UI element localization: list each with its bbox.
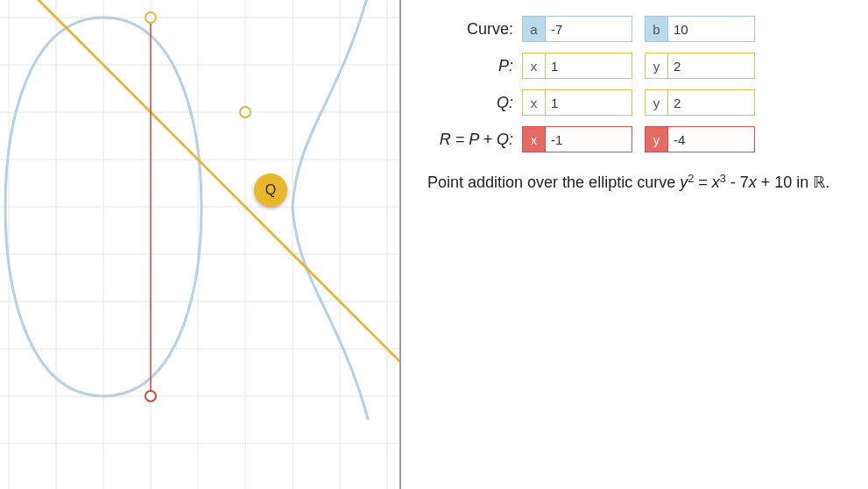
row-curve: Curve: a b	[427, 16, 859, 42]
field-px: x	[522, 53, 632, 79]
label-p: P:	[427, 57, 522, 75]
tag-py: y	[645, 53, 667, 79]
tag-b: b	[645, 16, 667, 42]
point-r	[145, 391, 156, 401]
input-a[interactable]	[545, 16, 632, 42]
label-curve: Curve:	[427, 20, 522, 39]
tag-ry: y	[645, 126, 667, 152]
point-p	[240, 107, 251, 117]
point-q-label: Q	[265, 182, 276, 198]
field-py: y	[645, 53, 755, 79]
input-px[interactable]	[545, 53, 632, 79]
point-q-marker[interactable]: Q	[254, 174, 287, 207]
row-r: R = P + Q: x y	[427, 126, 859, 152]
row-q: Q: x y	[427, 89, 859, 116]
field-rx: x	[522, 126, 632, 152]
input-rx[interactable]	[545, 126, 632, 152]
field-qy: y	[645, 89, 755, 116]
graph-svg	[0, 0, 401, 489]
input-qx[interactable]	[545, 89, 632, 116]
field-ry: y	[645, 126, 755, 152]
input-qy[interactable]	[667, 89, 755, 116]
input-ry[interactable]	[667, 126, 755, 152]
tag-qx: x	[522, 89, 545, 116]
form-pane: Curve: a b P: x y Q: x	[401, 0, 868, 489]
field-qx: x	[522, 89, 632, 116]
tag-px: x	[522, 53, 545, 79]
tag-rx: x	[522, 126, 545, 152]
input-b[interactable]	[667, 16, 755, 42]
input-py[interactable]	[667, 53, 755, 79]
field-b: b	[645, 16, 755, 42]
elliptic-curve	[5, 0, 368, 420]
label-q: Q:	[427, 94, 522, 112]
label-r: R = P + Q:	[427, 131, 522, 149]
field-a: a	[522, 16, 632, 42]
point-minus-r	[145, 12, 156, 23]
graph-pane[interactable]: Q	[0, 0, 401, 489]
caption: Point addition over the elliptic curve y…	[427, 172, 859, 194]
row-p: P: x y	[427, 53, 859, 79]
tag-qy: y	[645, 89, 667, 116]
page-root: Q Curve: a b P: x y	[0, 0, 868, 489]
tag-a: a	[522, 16, 545, 42]
